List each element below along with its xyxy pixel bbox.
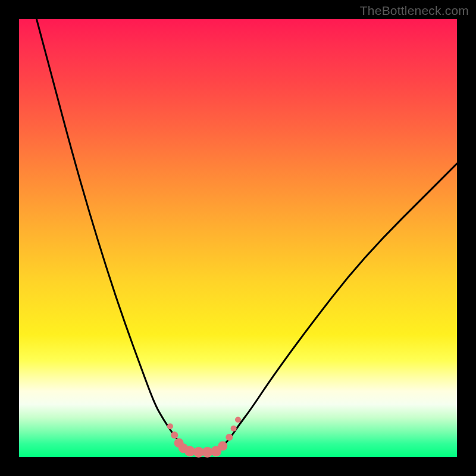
valley-marker: [235, 416, 241, 422]
plot-area: [19, 19, 457, 457]
valley-marker: [226, 434, 233, 441]
chart-frame: TheBottleneck.com: [0, 0, 476, 476]
marker-group: [167, 416, 241, 457]
curve-group: [36, 19, 457, 448]
curve-right-curve: [221, 164, 457, 448]
curve-left-curve: [36, 19, 185, 448]
watermark-text: TheBottleneck.com: [360, 4, 469, 18]
valley-marker: [171, 431, 178, 439]
valley-marker: [167, 423, 173, 429]
valley-marker: [218, 441, 227, 451]
valley-marker: [231, 425, 237, 431]
chart-overlay: [19, 19, 457, 457]
